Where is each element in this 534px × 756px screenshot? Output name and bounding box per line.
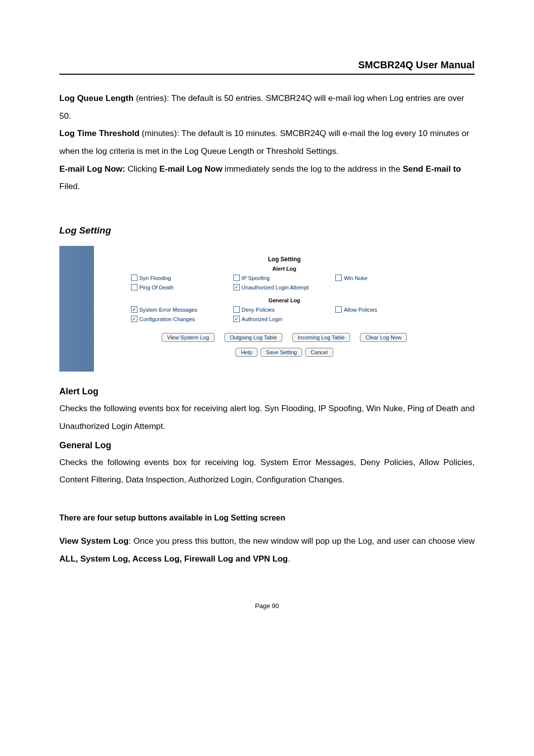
term-email-now-2: E-mail Log Now	[159, 164, 222, 174]
checkbox-win-nuke[interactable]: Win Nuke	[335, 275, 438, 281]
checkbox-unauthorized-login[interactable]: Unauthorized Login Attempt	[233, 284, 336, 290]
checkbox-icon	[131, 284, 137, 290]
log-buttons-row: View System Log Outgoing Log Table Incom…	[104, 333, 465, 342]
term-log-types: ALL, System Log, Access Log, Firewall Lo…	[59, 554, 288, 564]
general-log-heading: General Log	[59, 440, 475, 451]
text: Clicking	[125, 164, 159, 174]
checkbox-authorized-login[interactable]: Authorized Login	[233, 316, 336, 322]
checkbox-label: Allow Policies	[344, 307, 377, 313]
term-log-queue: Log Queue Length	[59, 94, 134, 103]
text: : Once you press this button, the new wi…	[129, 536, 475, 546]
view-system-log-button[interactable]: View System Log	[162, 333, 215, 342]
checkbox-icon	[335, 306, 342, 313]
checkbox-icon	[131, 306, 137, 313]
checkbox-label: Configuration Changes	[139, 316, 195, 322]
checkbox-label: Win Nuke	[344, 275, 367, 281]
checkbox-icon	[131, 316, 137, 322]
checkbox-syn-flooding[interactable]: Syn Flooding	[131, 275, 233, 281]
text: Filed.	[59, 182, 80, 191]
checkbox-icon	[131, 275, 137, 281]
alert-log-paragraph: Checks the following events box for rece…	[59, 400, 475, 435]
checkbox-icon	[233, 275, 240, 281]
help-button[interactable]: Help	[235, 348, 258, 357]
panel-title: Log Setting	[104, 256, 465, 263]
checkbox-system-error[interactable]: System Error Messages	[131, 306, 233, 313]
checkbox-label: Authorized Login	[242, 316, 283, 322]
checkbox-label: Deny Policies	[242, 307, 275, 313]
checkbox-label: Syn Flooding	[139, 275, 171, 281]
general-log-heading: General Log	[104, 297, 465, 303]
checkbox-deny-policies[interactable]: Deny Policies	[233, 306, 336, 313]
alert-log-heading: Alert Log	[104, 266, 465, 272]
checkbox-label: Unauthorized Login Attempt	[242, 284, 309, 290]
action-buttons-row: Help Save Setting Cancel	[104, 348, 465, 357]
paragraph-log-queue: Log Queue Length (entries): The default …	[59, 90, 475, 125]
clear-log-now-button[interactable]: Clear Log Now	[360, 333, 407, 342]
checkbox-allow-policies[interactable]: Allow Policies	[335, 306, 438, 313]
save-setting-button[interactable]: Save Setting	[261, 348, 302, 357]
text: immediately sends the log to the address…	[222, 164, 403, 174]
document-page: SMCBR24Q User Manual Log Queue Length (e…	[0, 0, 534, 639]
page-footer: Page 90	[59, 602, 475, 610]
checkbox-ping-of-death[interactable]: Ping Of Death	[131, 284, 233, 290]
checkbox-label: System Error Messages	[139, 307, 197, 313]
term-send-to: Send E-mail to	[402, 164, 461, 174]
section-heading-log-setting: Log Setting	[59, 225, 475, 236]
screenshot-sidebar	[59, 246, 94, 372]
alert-log-heading: Alert Log	[59, 386, 475, 397]
paragraph-log-time: Log Time Threshold (minutes): The defaul…	[59, 125, 475, 160]
alert-log-grid: Syn Flooding IP Spoofing Win Nuke Ping O…	[131, 275, 438, 290]
checkbox-label: Ping Of Death	[139, 284, 174, 290]
checkbox-icon	[335, 275, 342, 281]
checkbox-icon	[233, 284, 240, 290]
checkbox-icon	[233, 316, 240, 322]
term-view-system-log: View System Log	[59, 536, 129, 546]
cancel-button[interactable]: Cancel	[305, 348, 333, 357]
view-system-log-paragraph: View System Log: Once you press this but…	[59, 532, 475, 567]
checkbox-ip-spoofing[interactable]: IP Spoofing	[233, 275, 336, 281]
log-setting-screenshot: Log Setting Alert Log Syn Flooding IP Sp…	[59, 246, 475, 372]
general-log-paragraph: Checks the following events box for rece…	[59, 454, 475, 489]
paragraph-email-now: E-mail Log Now: Clicking E-mail Log Now …	[59, 160, 475, 195]
screenshot-panel: Log Setting Alert Log Syn Flooding IP Sp…	[94, 246, 475, 372]
checkbox-icon	[233, 306, 240, 313]
term-log-time: Log Time Threshold	[59, 129, 139, 138]
setup-buttons-heading: There are four setup buttons available i…	[59, 514, 475, 522]
term-email-now: E-mail Log Now:	[59, 164, 125, 174]
page-header: SMCBR24Q User Manual	[59, 59, 475, 75]
incoming-log-table-button[interactable]: Incoming Log Table	[292, 333, 350, 342]
checkbox-config-changes[interactable]: Configuration Changes	[131, 316, 233, 322]
checkbox-label: IP Spoofing	[242, 275, 270, 281]
text: .	[288, 554, 290, 564]
general-log-grid: System Error Messages Deny Policies Allo…	[131, 306, 438, 322]
outgoing-log-table-button[interactable]: Outgoing Log Table	[224, 333, 282, 342]
